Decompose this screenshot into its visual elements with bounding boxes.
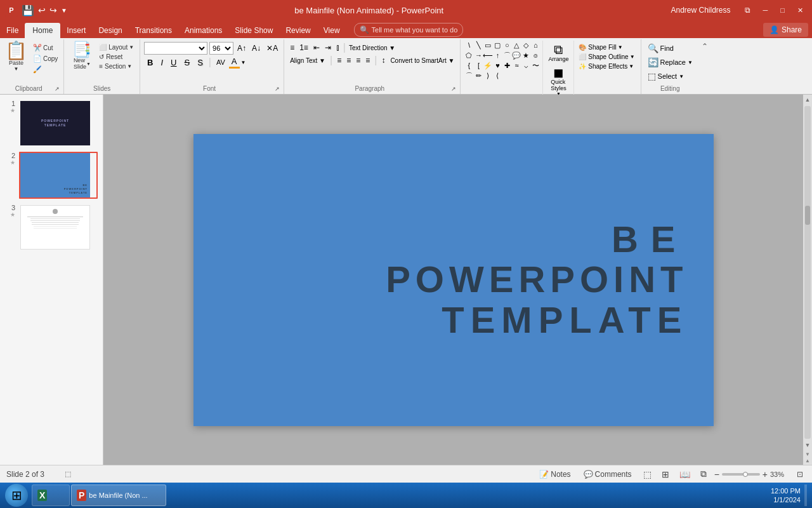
clipboard-expand-icon[interactable]: ↗ (55, 86, 60, 92)
shape-effects-btn[interactable]: ✨ Shape Effects ▼ (577, 62, 636, 70)
zoom-plus-btn[interactable]: + (763, 469, 768, 479)
shape-more-icon[interactable]: ⌂ (531, 41, 540, 50)
shape-cross-icon[interactable]: ✚ (502, 61, 511, 70)
bullets-btn[interactable]: ≡ (288, 43, 296, 53)
undo-btn[interactable]: ↩ (38, 5, 46, 15)
normal-view-btn[interactable]: ⬚ (641, 469, 654, 480)
tab-transitions[interactable]: Transitions (129, 23, 178, 38)
redo-btn[interactable]: ↪ (49, 5, 57, 15)
shape-brace-icon[interactable]: { (464, 61, 473, 70)
fit-slide-btn[interactable]: ⬚ (62, 469, 74, 479)
increase-indent-btn[interactable]: ⇥ (323, 43, 333, 53)
decrease-font-btn[interactable]: A↓ (250, 43, 263, 53)
shape-callout-icon[interactable]: 💬 (512, 51, 521, 60)
shape-down2-icon[interactable]: ⟩ (483, 71, 492, 80)
slide-sorter-btn[interactable]: ⊞ (659, 469, 672, 480)
paste-btn[interactable]: 📋 Paste ▼ (3, 41, 30, 73)
show-desktop-btn[interactable] (804, 485, 807, 506)
slide-thumb-3[interactable] (19, 204, 98, 251)
customize-btn[interactable]: ▼ (61, 7, 67, 14)
shape-tri-icon[interactable]: △ (512, 41, 521, 50)
maximize-btn[interactable]: □ (776, 5, 789, 15)
font-expand-icon[interactable]: ↗ (275, 86, 280, 92)
new-slide-btn[interactable]: 📑 NewSlide ▼ (68, 41, 96, 71)
numbered-list-btn[interactable]: 1≡ (298, 43, 310, 53)
slide-item-3[interactable]: 3 ★ (5, 204, 98, 251)
shape-heart-icon[interactable]: ♥ (493, 61, 502, 70)
zoom-slider[interactable] (722, 473, 760, 476)
col-btn[interactable]: ⫿ (334, 43, 342, 53)
tab-view[interactable]: View (317, 23, 346, 38)
reset-btn[interactable]: ↺ Reset (97, 53, 136, 61)
notes-btn[interactable]: 📝 Notes (535, 469, 574, 479)
shape-left-icon[interactable]: ⟨ (493, 71, 502, 80)
font-color-btn[interactable]: A (229, 56, 240, 69)
select-btn[interactable]: ⬚ Select ▼ (645, 70, 695, 83)
format-painter-btn[interactable]: 🖌️ (31, 65, 60, 74)
share-btn[interactable]: 👤 Share (763, 23, 808, 37)
vertical-scrollbar[interactable]: ▲ ▼ ▼ ▲ (803, 95, 812, 465)
slide-thumb-1[interactable]: POWERPOINTTEMPLATE (19, 100, 98, 147)
shape-eq-icon[interactable]: ≈ (512, 61, 521, 70)
shape-curved-icon[interactable]: ⌒ (502, 51, 511, 60)
align-right-btn[interactable]: ≡ (354, 55, 362, 65)
shadow-btn[interactable]: S (194, 57, 206, 68)
paragraph-expand-icon[interactable]: ↗ (451, 86, 456, 92)
shape-diamond-icon[interactable]: ◇ (521, 41, 530, 50)
quick-save-btn[interactable]: 💾 (22, 4, 34, 17)
section-btn[interactable]: ≡ Section ▼ (97, 62, 136, 70)
scroll-down-arrow[interactable]: ▼ (805, 440, 811, 450)
slide-item-1[interactable]: 1 ★ POWERPOINTTEMPLATE (5, 100, 98, 147)
slide-item-2[interactable]: 2 ★ BEPOWERPOINTTEMPLATE (5, 152, 98, 199)
shape-free-icon[interactable]: ✏ (474, 71, 483, 80)
tab-slideshow[interactable]: Slide Show (228, 23, 279, 38)
text-direction-btn[interactable]: Text Direction ▼ (347, 44, 397, 52)
increase-font-btn[interactable]: A↑ (235, 43, 248, 53)
tell-me-box[interactable]: 🔍 Tell me what you want to do (354, 23, 464, 37)
shape-scroll-icon[interactable]: ⌾ (531, 51, 540, 60)
strikethrough-btn[interactable]: S (181, 57, 193, 68)
font-name-select[interactable] (144, 42, 207, 55)
quick-styles-btn[interactable]: ◼ QuickStyles ▼ (546, 65, 571, 97)
underline-btn[interactable]: U (167, 57, 180, 68)
close-btn[interactable]: ✕ (794, 5, 807, 16)
convert-smartart-btn[interactable]: Convert to SmartArt ▼ (388, 57, 456, 65)
copy-btn[interactable]: 📄 Copy (31, 54, 60, 64)
align-center-btn[interactable]: ≡ (344, 55, 353, 65)
shape-lightning-icon[interactable]: ⚡ (483, 61, 492, 70)
font-color-arrow[interactable]: ▼ (241, 60, 246, 65)
tab-insert[interactable]: Insert (60, 23, 92, 38)
taskbar-app-excel[interactable]: X (32, 485, 70, 506)
shape-rect-icon[interactable]: ▭ (483, 41, 492, 50)
comments-btn[interactable]: 💬 Comments (580, 469, 636, 479)
canvas-area[interactable]: BE POWERPOINT TEMPLATE (103, 95, 803, 465)
collapse-ribbon-btn[interactable]: ⌃ (699, 39, 708, 94)
minimize-btn[interactable]: ─ (759, 5, 772, 15)
shape-sq-bracket-icon[interactable]: [ (474, 61, 483, 70)
shape-outline-btn[interactable]: ⬜ Shape Outline ▼ (577, 53, 636, 61)
replace-btn[interactable]: 🔄 Replace ▼ (645, 56, 695, 69)
bold-btn[interactable]: B (144, 57, 156, 68)
scroll-adjust-icons[interactable]: ▼ ▲ (805, 450, 810, 465)
fit-width-btn[interactable]: ⊡ (794, 469, 806, 479)
find-btn[interactable]: 🔍 Find (645, 42, 695, 55)
slide-thumb-2[interactable]: BEPOWERPOINTTEMPLATE (19, 152, 98, 199)
shape-oval-icon[interactable]: ○ (502, 41, 511, 50)
shape-line-icon[interactable]: \ (464, 41, 473, 50)
taskbar-app-powerpoint[interactable]: P be Mainfile (Non ... (71, 485, 166, 506)
tab-animations[interactable]: Animations (178, 23, 228, 38)
shape-rounded-rect-icon[interactable]: ▢ (493, 41, 502, 50)
start-button[interactable]: ⊞ (3, 484, 30, 507)
slide-canvas[interactable]: BE POWERPOINT TEMPLATE (193, 134, 714, 426)
shape-pentagon-icon[interactable]: ⬠ (464, 51, 473, 60)
align-text-btn[interactable]: Align Text ▼ (288, 57, 327, 65)
scroll-thumb[interactable] (805, 206, 810, 225)
decrease-indent-btn[interactable]: ⇤ (311, 43, 322, 53)
shape-star-icon[interactable]: ★ (521, 51, 530, 60)
shape-arrow4-icon[interactable]: ↑ (493, 51, 502, 60)
italic-btn[interactable]: I (157, 57, 166, 68)
shape-arc-icon[interactable]: ⌒ (464, 71, 473, 80)
cut-btn[interactable]: ✂️ Cut (31, 43, 60, 53)
tab-home[interactable]: Home (25, 23, 60, 38)
zoom-minus-btn[interactable]: − (714, 469, 719, 479)
